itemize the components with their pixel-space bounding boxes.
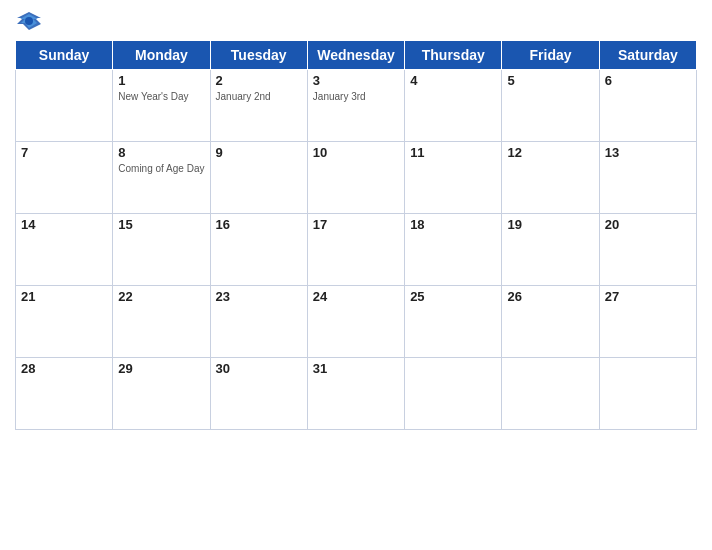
event-text: New Year's Day	[118, 90, 204, 103]
week-row-3: 14151617181920	[16, 214, 697, 286]
week-row-4: 21222324252627	[16, 286, 697, 358]
calendar-cell: 26	[502, 286, 599, 358]
calendar-cell: 13	[599, 142, 696, 214]
day-number: 26	[507, 289, 593, 304]
week-row-1: 1New Year's Day2January 2nd3January 3rd4…	[16, 70, 697, 142]
day-number: 21	[21, 289, 107, 304]
day-number: 23	[216, 289, 302, 304]
calendar-cell	[502, 358, 599, 430]
event-text: January 3rd	[313, 90, 399, 103]
calendar-cell: 27	[599, 286, 696, 358]
calendar-cell: 6	[599, 70, 696, 142]
day-number: 14	[21, 217, 107, 232]
calendar-cell: 24	[307, 286, 404, 358]
calendar-cell: 25	[405, 286, 502, 358]
day-number: 16	[216, 217, 302, 232]
day-header-tuesday: Tuesday	[210, 41, 307, 70]
calendar-cell: 21	[16, 286, 113, 358]
calendar-cell: 19	[502, 214, 599, 286]
calendar-cell: 4	[405, 70, 502, 142]
calendar-cell: 16	[210, 214, 307, 286]
day-number: 3	[313, 73, 399, 88]
day-number: 28	[21, 361, 107, 376]
day-number: 25	[410, 289, 496, 304]
day-number: 20	[605, 217, 691, 232]
calendar-cell: 20	[599, 214, 696, 286]
day-number: 1	[118, 73, 204, 88]
day-header-monday: Monday	[113, 41, 210, 70]
day-number: 13	[605, 145, 691, 160]
day-header-saturday: Saturday	[599, 41, 696, 70]
logo-icon	[15, 10, 43, 32]
day-number: 17	[313, 217, 399, 232]
day-number: 19	[507, 217, 593, 232]
day-number: 29	[118, 361, 204, 376]
calendar-cell: 31	[307, 358, 404, 430]
calendar-cell	[405, 358, 502, 430]
page-header	[15, 10, 697, 32]
day-number: 6	[605, 73, 691, 88]
day-number: 31	[313, 361, 399, 376]
calendar-cell: 8Coming of Age Day	[113, 142, 210, 214]
week-row-5: 28293031	[16, 358, 697, 430]
day-number: 4	[410, 73, 496, 88]
day-number: 22	[118, 289, 204, 304]
day-header-wednesday: Wednesday	[307, 41, 404, 70]
calendar-cell: 10	[307, 142, 404, 214]
day-number: 15	[118, 217, 204, 232]
logo	[15, 10, 47, 32]
calendar-cell: 29	[113, 358, 210, 430]
day-header-sunday: Sunday	[16, 41, 113, 70]
calendar-cell: 28	[16, 358, 113, 430]
day-number: 9	[216, 145, 302, 160]
calendar-cell: 7	[16, 142, 113, 214]
event-text: January 2nd	[216, 90, 302, 103]
day-number: 18	[410, 217, 496, 232]
calendar-cell: 23	[210, 286, 307, 358]
event-text: Coming of Age Day	[118, 162, 204, 175]
calendar-cell: 17	[307, 214, 404, 286]
day-number: 11	[410, 145, 496, 160]
calendar-cell: 30	[210, 358, 307, 430]
calendar-cell: 12	[502, 142, 599, 214]
calendar-cell: 1New Year's Day	[113, 70, 210, 142]
calendar-cell: 5	[502, 70, 599, 142]
calendar-cell: 22	[113, 286, 210, 358]
day-number: 8	[118, 145, 204, 160]
day-number: 2	[216, 73, 302, 88]
day-number: 27	[605, 289, 691, 304]
week-row-2: 78Coming of Age Day910111213	[16, 142, 697, 214]
day-number: 5	[507, 73, 593, 88]
day-header-thursday: Thursday	[405, 41, 502, 70]
calendar-cell: 2January 2nd	[210, 70, 307, 142]
calendar-table: SundayMondayTuesdayWednesdayThursdayFrid…	[15, 40, 697, 430]
svg-point-2	[25, 17, 33, 25]
days-header-row: SundayMondayTuesdayWednesdayThursdayFrid…	[16, 41, 697, 70]
day-header-friday: Friday	[502, 41, 599, 70]
calendar-cell: 15	[113, 214, 210, 286]
day-number: 10	[313, 145, 399, 160]
calendar-cell: 9	[210, 142, 307, 214]
calendar-cell: 18	[405, 214, 502, 286]
day-number: 12	[507, 145, 593, 160]
calendar-cell	[599, 358, 696, 430]
calendar-cell: 3January 3rd	[307, 70, 404, 142]
calendar-cell	[16, 70, 113, 142]
day-number: 30	[216, 361, 302, 376]
day-number: 7	[21, 145, 107, 160]
calendar-cell: 11	[405, 142, 502, 214]
calendar-cell: 14	[16, 214, 113, 286]
day-number: 24	[313, 289, 399, 304]
